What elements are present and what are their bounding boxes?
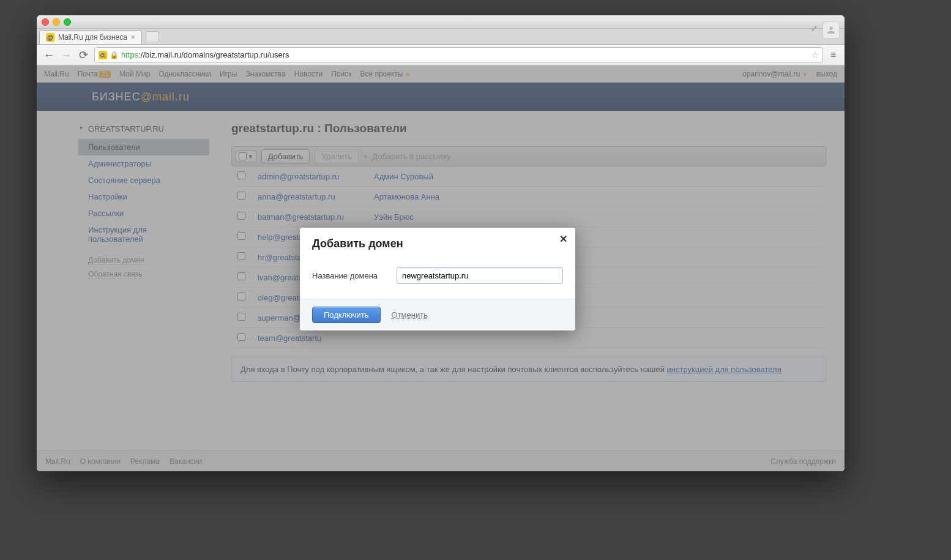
page-content: Mail.Ru Почта21 Мой Мир Одноклассники Иг…: [37, 65, 845, 471]
back-button[interactable]: ←: [43, 50, 55, 61]
tab-close-icon[interactable]: ×: [131, 33, 135, 42]
forward-button: →: [60, 50, 72, 61]
window-titlebar: [37, 15, 845, 29]
url-favicon-icon: @: [99, 51, 107, 59]
bookmark-star-icon[interactable]: ☆: [811, 50, 819, 61]
modal-title: Добавить домен ✕: [300, 228, 575, 256]
tab-favicon-icon: @: [46, 33, 54, 42]
window-controls: [42, 18, 71, 26]
modal-close-icon[interactable]: ✕: [557, 233, 569, 245]
url-text: https://biz.mail.ru/domains/greatstartup…: [121, 50, 808, 59]
close-window-icon[interactable]: [42, 18, 49, 26]
minimize-window-icon[interactable]: [53, 18, 60, 26]
connect-domain-button[interactable]: Подключить: [312, 307, 381, 323]
zoom-window-icon[interactable]: [64, 18, 71, 26]
reload-button[interactable]: ⟳: [77, 50, 89, 61]
fullscreen-icon[interactable]: ⤢: [811, 24, 818, 33]
browser-window: @ Mail.Ru для бизнеса × ⤢ ← → ⟳ @ 🔒 http…: [37, 15, 845, 471]
browser-tab[interactable]: @ Mail.Ru для бизнеса ×: [39, 30, 142, 44]
profile-avatar-icon[interactable]: [822, 21, 840, 39]
browser-toolbar: ← → ⟳ @ 🔒 https://biz.mail.ru/domains/gr…: [37, 45, 845, 65]
menu-icon[interactable]: ≡: [828, 50, 838, 61]
add-domain-modal: Добавить домен ✕ Название домена Подключ…: [300, 228, 575, 330]
new-tab-button[interactable]: [146, 31, 159, 42]
domain-name-label: Название домена: [312, 271, 386, 280]
domain-name-input[interactable]: [397, 267, 563, 284]
address-bar[interactable]: @ 🔒 https://biz.mail.ru/domains/greatsta…: [94, 47, 823, 63]
lock-icon: 🔒: [110, 51, 119, 59]
browser-tab-strip: @ Mail.Ru для бизнеса × ⤢: [37, 29, 845, 45]
tab-title: Mail.Ru для бизнеса: [58, 33, 127, 42]
cancel-button[interactable]: Отменить: [392, 310, 428, 319]
